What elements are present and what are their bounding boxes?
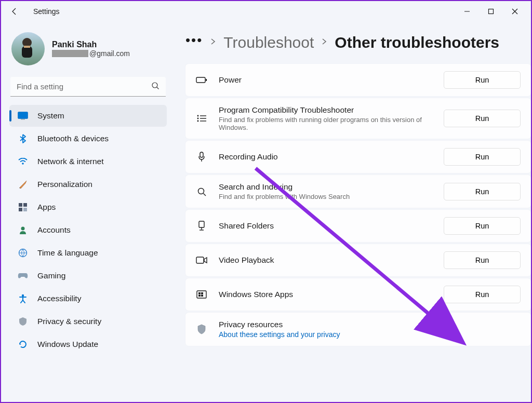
- gamepad-icon: [18, 271, 28, 281]
- sidebar-item-privacy[interactable]: Privacy & security: [9, 311, 167, 332]
- troubleshooter-list: Power Run Program Compatibility Troubles…: [185, 64, 531, 346]
- close-button[interactable]: [503, 3, 527, 20]
- svg-line-32: [204, 193, 206, 196]
- wifi-icon: [18, 156, 28, 167]
- sidebar-item-accounts[interactable]: Accounts: [9, 219, 167, 241]
- window-title: Settings: [33, 7, 60, 16]
- svg-line-9: [157, 87, 159, 89]
- avatar: [11, 32, 45, 65]
- list-icon: [196, 113, 207, 124]
- troubleshooter-privacy-resources[interactable]: Privacy resources About these settings a…: [185, 313, 531, 346]
- sidebar-item-windows-update[interactable]: Windows Update: [9, 333, 167, 355]
- person-icon: [18, 225, 28, 235]
- window-controls: [455, 3, 527, 20]
- breadcrumb: ••• Troubleshoot Other troubleshooters: [185, 32, 531, 52]
- search-wrap: [10, 77, 166, 97]
- sidebar-item-apps[interactable]: Apps: [9, 196, 167, 218]
- svg-point-31: [198, 188, 204, 194]
- sidebar-item-personalization[interactable]: Personalization: [9, 173, 167, 195]
- sidebar-item-label: Network & internet: [37, 157, 104, 166]
- minimize-button[interactable]: [455, 3, 479, 20]
- troubleshooter-search-indexing[interactable]: Search and Indexing Find and fix problem…: [185, 175, 531, 208]
- run-button[interactable]: Run: [444, 217, 521, 235]
- run-button[interactable]: Run: [444, 286, 521, 303]
- svg-rect-16: [23, 208, 27, 211]
- svg-rect-10: [18, 112, 28, 119]
- apps-icon: [18, 202, 28, 212]
- sidebar-item-label: Windows Update: [37, 340, 98, 349]
- titlebar: Settings: [1, 1, 531, 22]
- sidebar-item-label: Apps: [37, 203, 56, 212]
- sidebar: Panki Shah @gmail.com System Bluetooth &…: [1, 22, 175, 402]
- profile-name: Panki Shah: [52, 40, 130, 49]
- accessibility-icon: [18, 293, 28, 304]
- svg-rect-15: [19, 208, 22, 211]
- shield-icon: [18, 316, 28, 327]
- svg-point-23: [197, 115, 199, 117]
- sidebar-item-time-language[interactable]: Time & language: [9, 242, 167, 264]
- troubleshooter-windows-store[interactable]: Windows Store Apps Run: [185, 278, 531, 311]
- chevron-right-icon: [321, 38, 327, 47]
- card-title: Video Playback: [219, 256, 444, 265]
- globe-clock-icon: [18, 248, 28, 258]
- sidebar-item-label: Privacy & security: [37, 317, 101, 326]
- email-redacted: [52, 50, 88, 57]
- svg-rect-40: [198, 295, 201, 297]
- search-icon: [196, 186, 207, 197]
- profile-block[interactable]: Panki Shah @gmail.com: [7, 27, 169, 75]
- troubleshooter-shared-folders[interactable]: Shared Folders Run: [185, 210, 531, 242]
- sidebar-item-label: Time & language: [37, 248, 98, 258]
- troubleshooter-program-compat[interactable]: Program Compatibility Troubleshooter Fin…: [185, 98, 531, 139]
- breadcrumb-parent[interactable]: Troubleshoot: [223, 34, 314, 51]
- run-button[interactable]: Run: [444, 110, 521, 127]
- svg-rect-41: [201, 295, 203, 297]
- troubleshooter-power[interactable]: Power Run: [185, 64, 531, 96]
- run-button[interactable]: Run: [444, 71, 521, 89]
- run-button[interactable]: Run: [444, 251, 521, 269]
- svg-rect-29: [200, 152, 203, 157]
- sidebar-item-label: Accounts: [37, 225, 71, 235]
- run-button[interactable]: Run: [444, 148, 521, 166]
- troubleshooter-video-playback[interactable]: Video Playback Run: [185, 244, 531, 276]
- svg-point-17: [21, 227, 25, 231]
- maximize-button[interactable]: [479, 3, 503, 20]
- run-button[interactable]: Run: [444, 183, 521, 200]
- profile-email: @gmail.com: [52, 49, 130, 58]
- sidebar-item-network[interactable]: Network & internet: [9, 151, 167, 172]
- card-title: Power: [219, 75, 444, 85]
- sidebar-item-accessibility[interactable]: Accessibility: [9, 288, 167, 310]
- sidebar-item-label: Personalization: [37, 180, 92, 189]
- search-input[interactable]: [10, 77, 166, 97]
- sidebar-item-label: Gaming: [37, 271, 65, 280]
- breadcrumb-current: Other troubleshooters: [335, 34, 499, 51]
- sidebar-item-label: Bluetooth & devices: [37, 134, 109, 143]
- svg-rect-37: [197, 291, 206, 298]
- card-title: Windows Store Apps: [219, 290, 444, 299]
- svg-rect-39: [201, 292, 203, 294]
- svg-point-20: [22, 294, 24, 297]
- card-title: Program Compatibility Troubleshooter: [219, 105, 444, 115]
- svg-rect-11: [21, 119, 25, 120]
- troubleshooter-recording-audio[interactable]: Recording Audio Run: [185, 141, 531, 173]
- svg-rect-13: [19, 203, 22, 207]
- sidebar-item-bluetooth[interactable]: Bluetooth & devices: [9, 128, 167, 150]
- sidebar-item-gaming[interactable]: Gaming: [9, 265, 167, 287]
- card-description: Find and fix problems with running older…: [219, 116, 427, 131]
- svg-rect-33: [199, 221, 204, 227]
- back-button[interactable]: [5, 2, 24, 21]
- search-icon: [151, 82, 159, 92]
- svg-rect-6: [22, 46, 32, 58]
- svg-point-27: [197, 120, 199, 122]
- shield-icon: [196, 324, 207, 335]
- windows-apps-icon: [196, 289, 207, 300]
- svg-point-8: [152, 83, 157, 88]
- card-description: Find and fix problems with Windows Searc…: [219, 193, 427, 200]
- sidebar-item-system[interactable]: System: [9, 105, 167, 127]
- chevron-right-icon: [210, 38, 216, 47]
- svg-rect-38: [198, 292, 201, 294]
- shared-folder-icon: [196, 220, 207, 232]
- breadcrumb-more-icon[interactable]: •••: [185, 32, 203, 52]
- system-icon: [18, 111, 28, 121]
- content-pane: ••• Troubleshoot Other troubleshooters P…: [175, 22, 531, 402]
- privacy-link[interactable]: About these settings and your privacy: [219, 330, 521, 339]
